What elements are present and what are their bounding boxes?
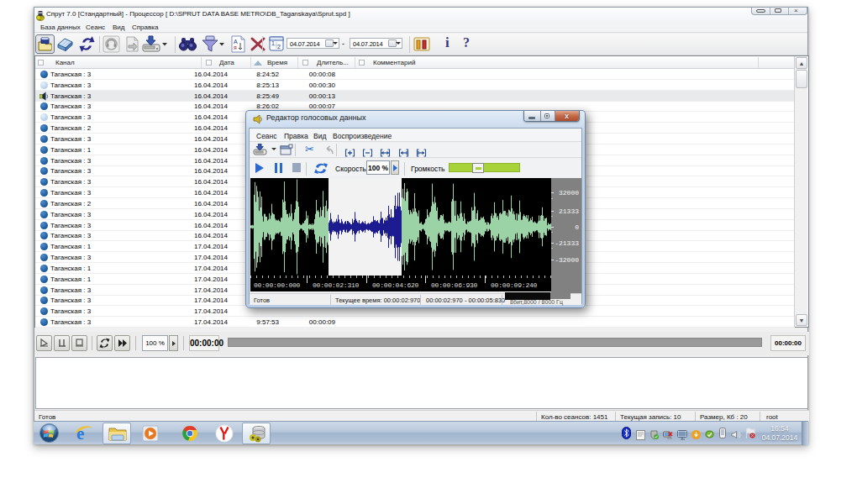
svg-text:e: e [76,423,84,444]
svg-text:я: я [234,45,237,50]
svg-text:2: 2 [277,44,281,50]
svg-text:A: A [234,39,238,45]
